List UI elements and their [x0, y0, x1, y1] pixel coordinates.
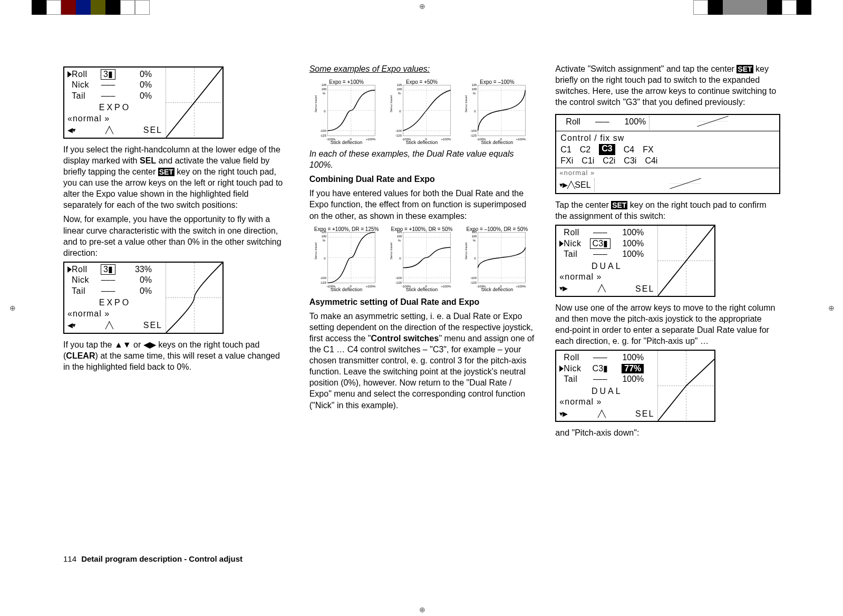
- row-label: Tail: [564, 249, 588, 259]
- nav-left-icon: ▾▶: [559, 284, 567, 293]
- body-text: Activate "Switch assignment" and tap the…: [555, 63, 780, 108]
- svg-text:-125: -125: [320, 281, 327, 284]
- percent-value: 100%: [614, 116, 646, 130]
- switch-value: –––: [588, 374, 612, 384]
- body-text: If you have entered values for both the …: [309, 188, 535, 221]
- body-text: Tap the center SET key on the right touc…: [555, 199, 780, 222]
- nav-left-icon: ▾▶: [559, 410, 567, 419]
- chart-expo-minus100: Expo = –100% Servo travel 125100% 0 -100…: [460, 78, 534, 146]
- row-label: Roll: [566, 116, 590, 130]
- sel-label: SEL: [143, 320, 162, 331]
- sw-option: FXi: [560, 155, 573, 167]
- switch-value: –––: [96, 80, 120, 90]
- percent-value: 100%: [612, 227, 644, 238]
- sw-option: C4i: [645, 155, 657, 167]
- svg-text:0: 0: [399, 257, 401, 260]
- percent-value: 100%: [612, 249, 644, 259]
- lcd-display-dual-2: Roll ––– 100% Nick C3▮ 77% Tail ––– 100%…: [555, 350, 715, 422]
- svg-text:%: %: [473, 239, 476, 242]
- switch-value: –––: [588, 352, 612, 363]
- lcd-curve-graph: [657, 351, 714, 421]
- registration-mark-icon: ⊕: [419, 2, 424, 11]
- svg-text:+100%: +100%: [516, 138, 527, 141]
- set-key-icon: SET: [158, 168, 175, 176]
- svg-text:Servo travel: Servo travel: [464, 95, 468, 112]
- svg-text:%: %: [473, 92, 476, 95]
- chart-expo-plus100: Expo = +100% Servo travel 125100% 0 -100…: [309, 78, 384, 146]
- expo-charts-row-2: Expo = +100%, DR = 125% Servo travel 125…: [309, 225, 535, 293]
- mode-label: DUAL: [559, 261, 654, 272]
- mode-label: DUAL: [559, 386, 654, 397]
- switch-value: C3▮: [588, 363, 612, 374]
- sw-option: C2i: [603, 155, 615, 167]
- sw-option-selected: C3: [599, 144, 615, 156]
- sel-label: SEL: [635, 409, 654, 419]
- body-text: Now, for example, you have the opportuni…: [63, 214, 288, 258]
- lcd-curve-graph: [657, 226, 714, 296]
- svg-text:+100%: +100%: [365, 138, 376, 141]
- sw-option: C4: [624, 144, 634, 156]
- chart-expo100-dr125: Expo = +100%, DR = 125% Servo travel 125…: [309, 225, 384, 293]
- figure-caption: In each of these examples, the Dual Rate…: [309, 148, 535, 170]
- cursor-icon: [67, 71, 72, 78]
- svg-text:0: 0: [324, 257, 326, 260]
- svg-text:-100: -100: [470, 276, 477, 280]
- svg-text:-125: -125: [320, 134, 327, 137]
- set-key-icon: SET: [737, 65, 753, 73]
- switch-value: 3▮: [101, 264, 115, 275]
- dialog-title: Control / fix sw: [560, 132, 775, 144]
- nav-enter-icon: ╱╲: [598, 410, 605, 419]
- percent-value: 100%: [612, 238, 644, 249]
- svg-text:100: 100: [472, 88, 478, 91]
- section-heading: Asymmetric setting of Dual Rate and Expo: [309, 296, 535, 307]
- column-1: Roll 3▮ 0% Nick ––– 0% Tail ––– 0% EXPO …: [63, 63, 288, 538]
- sel-label: SEL: [635, 284, 654, 294]
- nav-enter-icon: ╱╲: [567, 180, 575, 190]
- phase-label: «normal »: [67, 309, 162, 319]
- mode-label: EXPO: [67, 102, 162, 113]
- nav-left-icon: ▾▶: [559, 180, 567, 190]
- phase-label-dimmed: «normal »: [556, 168, 779, 178]
- page-footer: 114 Detail program description - Control…: [63, 554, 243, 563]
- lcd-display-control-switch: Roll ––– 100% Control / fix sw C1 C2: [555, 111, 780, 199]
- phase-label: «normal »: [559, 272, 654, 282]
- lcd-curve-graph: [166, 68, 222, 138]
- svg-text:-100: -100: [395, 129, 402, 132]
- cursor-icon: [67, 266, 72, 273]
- registration-mark-icon: ⊕: [828, 304, 834, 312]
- lcd-display-expo-2: Roll 3▮ 33% Nick ––– 0% Tail ––– 0% EXPO…: [63, 262, 224, 334]
- section-heading: Combining Dual Rate and Expo: [309, 174, 535, 185]
- percent-value: 0%: [120, 275, 152, 285]
- lcd-curve-graph: [166, 263, 222, 333]
- mode-label: EXPO: [67, 297, 162, 308]
- svg-text:Servo travel: Servo travel: [464, 243, 468, 259]
- switch-value: –––: [590, 116, 614, 130]
- switch-value: C3▮: [590, 238, 611, 249]
- row-label: Roll: [564, 227, 588, 238]
- section-heading: Some examples of Expo values:: [309, 63, 535, 74]
- sw-option: C1: [560, 144, 571, 156]
- svg-text:-125: -125: [470, 281, 477, 284]
- svg-text:100: 100: [321, 235, 327, 238]
- row-label: Roll: [72, 264, 96, 275]
- svg-text:0: 0: [474, 110, 477, 113]
- nav-enter-icon: ╱╲: [105, 126, 113, 135]
- switch-value: –––: [588, 249, 612, 259]
- sw-option: C2: [580, 144, 590, 156]
- nav-enter-icon: ╱╲: [598, 284, 605, 293]
- row-label: Nick: [72, 80, 96, 90]
- svg-text:0: 0: [399, 110, 401, 113]
- cursor-icon: [559, 365, 564, 372]
- body-text: If you tap the ▲▼ or ◀▶ keys on the righ…: [63, 339, 288, 372]
- sw-option: C3i: [624, 155, 636, 167]
- svg-text:100: 100: [396, 88, 402, 91]
- switch-value: 3▮: [101, 69, 115, 80]
- percent-value: 100%: [612, 352, 644, 363]
- percent-value: 0%: [120, 286, 152, 296]
- phase-label: «normal »: [559, 397, 654, 407]
- svg-text:%: %: [323, 239, 326, 242]
- column-2: Some examples of Expo values: Expo = +10…: [309, 63, 535, 538]
- sw-option: FX: [643, 144, 653, 156]
- percent-value: 0%: [120, 91, 152, 101]
- nav-left-icon: ◀▾: [67, 126, 75, 135]
